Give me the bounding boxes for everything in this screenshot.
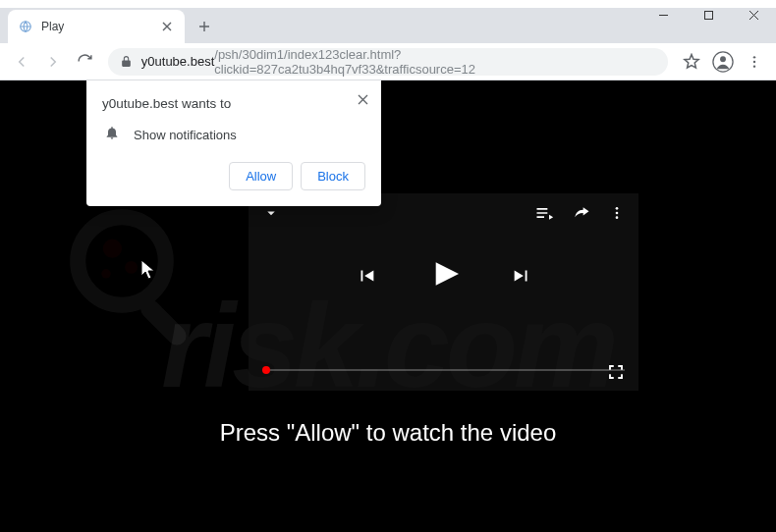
minimize-button[interactable] [640, 0, 686, 29]
permission-dialog: y0utube.best wants to Show notifications… [86, 80, 381, 206]
svg-point-6 [753, 65, 755, 67]
previous-track-button[interactable] [356, 265, 377, 287]
svg-point-14 [616, 216, 619, 219]
tab-strip: Play [0, 8, 776, 43]
cursor-icon [140, 259, 156, 285]
browser-menu-button[interactable] [741, 48, 768, 76]
tab-close-button[interactable] [159, 19, 175, 34]
page-content: risk.com y0utube.best wants to Show noti… [0, 80, 776, 532]
lock-icon [120, 55, 134, 68]
permission-row-label: Show notifications [134, 128, 237, 142]
permission-close-button[interactable] [354, 90, 371, 108]
new-tab-button[interactable] [191, 13, 218, 40]
svg-point-3 [720, 56, 726, 62]
maximize-button[interactable] [686, 0, 731, 29]
block-button[interactable]: Block [301, 162, 365, 190]
svg-point-13 [616, 212, 619, 215]
svg-point-12 [616, 207, 619, 210]
back-button[interactable] [8, 48, 35, 76]
play-button[interactable] [424, 254, 464, 297]
svg-point-9 [103, 239, 122, 258]
window-controls [640, 0, 776, 35]
svg-point-10 [125, 261, 138, 274]
browser-tab[interactable]: Play [8, 10, 185, 43]
close-window-button[interactable] [731, 0, 776, 29]
permission-title: y0utube.best wants to [102, 96, 365, 111]
fullscreen-button[interactable] [607, 363, 625, 381]
progress-thumb[interactable] [262, 366, 270, 374]
progress-bar[interactable] [262, 369, 625, 371]
svg-rect-1 [704, 11, 712, 19]
address-bar[interactable]: y0utube.best/psh/30dim1/index123clear.ht… [108, 48, 668, 76]
url-path: /psh/30dim1/index123clear.html?clickid=8… [214, 47, 656, 77]
svg-point-7 [78, 217, 166, 305]
bell-icon [104, 125, 120, 144]
instruction-text: Press "Allow" to watch the video [0, 419, 776, 447]
reload-button[interactable] [71, 48, 98, 76]
collapse-button[interactable] [262, 204, 280, 222]
browser-toolbar: y0utube.best/psh/30dim1/index123clear.ht… [0, 43, 776, 80]
tab-title: Play [41, 20, 159, 33]
url-host: y0utube.best [141, 54, 214, 69]
queue-icon[interactable] [534, 203, 554, 223]
svg-point-11 [101, 269, 111, 279]
profile-button[interactable] [709, 48, 737, 76]
svg-point-4 [753, 56, 755, 58]
share-icon[interactable] [572, 203, 591, 223]
video-player [249, 193, 638, 391]
more-icon[interactable] [609, 205, 625, 221]
forward-button[interactable] [39, 48, 67, 76]
bookmark-button[interactable] [678, 48, 705, 76]
tab-favicon [18, 19, 33, 34]
allow-button[interactable]: Allow [229, 162, 293, 190]
svg-rect-8 [137, 295, 190, 348]
svg-point-5 [753, 60, 755, 62]
watermark-glass-icon [59, 198, 216, 355]
next-track-button[interactable] [511, 265, 532, 287]
